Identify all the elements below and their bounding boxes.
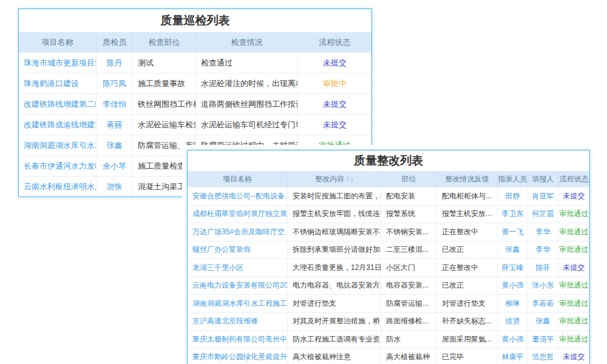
column-header: 填报人 [527, 171, 558, 187]
project-name-link[interactable]: 改建铁路线增建第二线... [19, 94, 96, 114]
column-header-label: 项目名称 [42, 37, 73, 48]
column-header: 质检员 [96, 32, 132, 52]
table-row: 珠海鹤港口建设陈巧凤施工质量事故水泥砼灌注的时候，出现离析现象审批中 [19, 73, 371, 93]
rectify-table-body: 安徽合肥供电公司--配电设备...安装时应按施工图的布置，将...配电安装配电柜… [188, 187, 589, 364]
table-title: 质量整改列表 [188, 150, 589, 171]
inspector-link[interactable]: 游恢 [96, 177, 132, 197]
part: 小区大门 [381, 259, 436, 277]
status-text: 未提交 [558, 259, 589, 277]
project-name-link[interactable]: 湖南洞庭湖水库引水工... [19, 135, 96, 155]
part: 高大植被栽种 [381, 349, 436, 364]
assignee-link[interactable]: 黄小强 [497, 277, 527, 295]
project-name-link[interactable]: 长春市伊通河水力发电... [19, 156, 96, 176]
project-name-link[interactable]: 湖南洞庭湖水库引水工程施工标 [188, 295, 287, 312]
rectify-header-row: 项目名称整改内容部位整改情况反馈指派人员填报人流程状态 [188, 171, 589, 187]
status-text: 审批通过 [558, 223, 589, 241]
reporter-link[interactable]: 范思哲 [527, 349, 558, 364]
assignee-link[interactable]: 黄小强 [497, 331, 527, 348]
project-name-link[interactable]: 重庆太极制药有限公司亳州中... [188, 331, 287, 348]
project-name-link[interactable]: 龙湖三千里小区 [188, 259, 287, 277]
reporter-link[interactable]: 董清平 [527, 331, 558, 348]
inspection-situation: 检查通过 [195, 53, 297, 73]
project-name-link[interactable]: 重庆市鹅岭公园绿化景观提升... [188, 349, 287, 364]
table-row: 改建铁路成渝线增建第...蒋丽水泥砼运输车检查水泥砼运输车司机经过专门培训...… [19, 114, 371, 135]
column-header-label: 检查情况 [231, 37, 263, 48]
part: 防腐管运输... [381, 295, 436, 312]
reporter-link[interactable]: 陈菲 [527, 259, 558, 277]
table-row: 万达广场35#会所及咖啡厅空...不锈钢边框玻璃隔断安装不牢...不锈钢安装..… [188, 223, 589, 241]
project-name-link[interactable]: 安徽合肥供电公司--配电设备... [188, 187, 287, 205]
column-header-label: 项目名称 [223, 174, 252, 184]
assignee-link[interactable]: 薛宝峰 [497, 259, 527, 277]
status-text: 审批通过 [558, 295, 589, 312]
rectify-content: 高大植被栽种注意 [287, 349, 381, 364]
column-header: 流程状态 [297, 32, 371, 52]
rectify-table-card: 质量整改列表 项目名称整改内容部位整改情况反馈指派人员填报人流程状态 安徽合肥供… [182, 145, 595, 364]
inspection-part: 测试 [132, 53, 195, 73]
inspector-link[interactable]: 蒋丽 [96, 115, 132, 135]
project-name-link[interactable]: 改建铁路成渝线增建第... [19, 115, 96, 135]
rectify-content: 防水工程施工选调有专业资质... [287, 331, 381, 348]
assignee-link[interactable]: 田静 [497, 187, 527, 205]
feedback: 正在整改中 [436, 223, 497, 241]
feedback: 补齐缺失标志... [436, 313, 497, 331]
project-name-link[interactable]: 云南水利枢纽潜明水库... [19, 177, 96, 197]
assignee-link[interactable]: 李卫东 [497, 206, 527, 223]
reporter-link[interactable]: 李华 [527, 241, 558, 259]
status-text: 审批通过 [558, 241, 589, 259]
reporter-link[interactable]: 李若若 [527, 295, 558, 312]
feedback: 已改正 [436, 277, 497, 295]
project-name-link[interactable]: 螺丝厂办公室装饰 [188, 241, 287, 259]
feedback: 配电柜柜体与... [436, 187, 497, 205]
reporter-link[interactable]: 张鑫 [527, 313, 558, 331]
inspector-link[interactable]: 陈丹 [96, 53, 132, 73]
inspection-situation: 水泥砼运输车司机经过专门培训... [195, 115, 297, 135]
part: 路面维修检... [381, 313, 436, 331]
column-header[interactable]: 整改内容 [287, 171, 381, 187]
rectify-content: 拆除到承重墙部分请做好加固... [287, 241, 381, 259]
assignee-link[interactable]: 徐贤 [497, 313, 527, 331]
part: 防水 [381, 331, 436, 348]
status-text: 未提交 [558, 349, 589, 364]
column-header: 流程状态 [558, 171, 589, 187]
rectify-content: 对其及时开展整治措施，桥头... [287, 313, 381, 331]
table-row: 成都杜甫草堂临时展厅独立展...报警主机安放牢固，线缆连接...报警系统报警主机… [188, 205, 589, 223]
assignee-link[interactable]: 黄一飞 [497, 223, 527, 241]
column-header-label: 填报人 [532, 174, 554, 184]
status-text: 未提交 [297, 53, 371, 73]
project-name-link[interactable]: 云南电力设备安装有限公司20... [188, 277, 287, 295]
assignee-link[interactable]: 林康平 [497, 349, 527, 364]
status-text: 未提交 [297, 115, 371, 135]
table-title: 质量巡检列表 [19, 9, 371, 32]
assignee-link[interactable]: 张鑫 [497, 241, 527, 259]
part: 电容器安装... [381, 277, 436, 295]
reporter-link[interactable]: 何芷茵 [527, 206, 558, 223]
column-header-label: 流程状态 [319, 37, 351, 48]
status-text: 审批中 [297, 73, 371, 93]
status-text: 审批通过 [558, 206, 589, 223]
project-name-link[interactable]: 京沪高速北京段维修 [188, 313, 287, 331]
feedback: 正在整改中 [436, 259, 497, 277]
column-header-label: 整改情况反馈 [446, 174, 489, 184]
feedback: 屋面采用聚氨... [436, 331, 497, 348]
reporter-link[interactable]: 李华 [527, 223, 558, 241]
reporter-link[interactable]: 张小东 [527, 277, 558, 295]
table-row: 京沪高速北京段维修对其及时开展整治措施，桥头...路面维修检...补齐缺失标志.… [188, 312, 589, 331]
status-text: 未提交 [558, 187, 589, 205]
table-row: 珠海市城市更新项目紫...陈丹测试检查通过未提交 [19, 52, 371, 73]
inspector-link[interactable]: 张鑫 [96, 135, 132, 155]
inspector-link[interactable]: 李佳怡 [96, 94, 132, 114]
project-name-link[interactable]: 珠海市城市更新项目紫... [19, 53, 96, 73]
reporter-link[interactable]: 肖亚军 [527, 187, 558, 205]
inspector-link[interactable]: 陈巧凤 [96, 73, 132, 93]
project-name-link[interactable]: 万达广场35#会所及咖啡厅空... [188, 223, 287, 241]
project-name-link[interactable]: 珠海鹤港口建设 [19, 73, 96, 93]
inspector-link[interactable]: 余小琴 [96, 156, 132, 176]
project-name-link[interactable]: 成都杜甫草堂临时展厅独立展... [188, 206, 287, 223]
inspection-part: 水泥砼运输车检查 [132, 115, 195, 135]
part: 不锈钢安装... [381, 223, 436, 241]
status-text: 审批通过 [558, 313, 589, 331]
column-header: 项目名称 [19, 32, 96, 52]
assignee-link[interactable]: 柳琳 [497, 295, 527, 312]
column-header: 指派人员 [497, 171, 527, 187]
